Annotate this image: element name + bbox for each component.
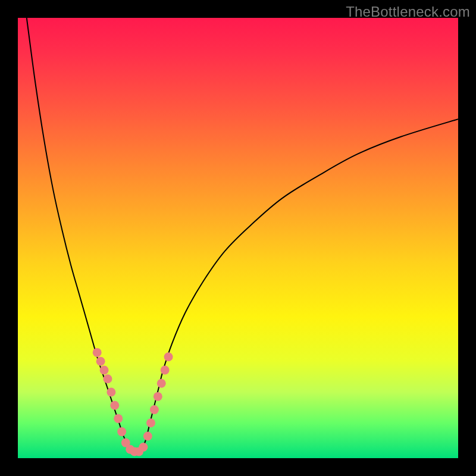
curve-right-curve — [141, 119, 458, 452]
data-dot — [143, 432, 152, 441]
data-dot — [93, 348, 102, 357]
chart-frame: TheBottleneck.com — [0, 0, 476, 476]
curve-left-curve — [27, 18, 133, 452]
data-dot — [146, 418, 155, 427]
data-dot — [110, 401, 119, 410]
data-dot — [100, 366, 109, 375]
data-dot — [157, 379, 166, 388]
data-dot — [161, 366, 170, 375]
data-dot — [139, 443, 148, 452]
data-dot — [150, 405, 159, 414]
watermark-text: TheBottleneck.com — [346, 4, 470, 20]
data-dot — [103, 374, 112, 383]
data-dot — [107, 388, 115, 397]
data-dot — [114, 414, 123, 423]
plot-area — [18, 18, 458, 458]
data-dot — [154, 392, 162, 401]
data-dot — [164, 352, 173, 361]
data-dot — [117, 427, 126, 436]
data-dot — [96, 357, 105, 366]
chart-svg — [18, 18, 458, 458]
